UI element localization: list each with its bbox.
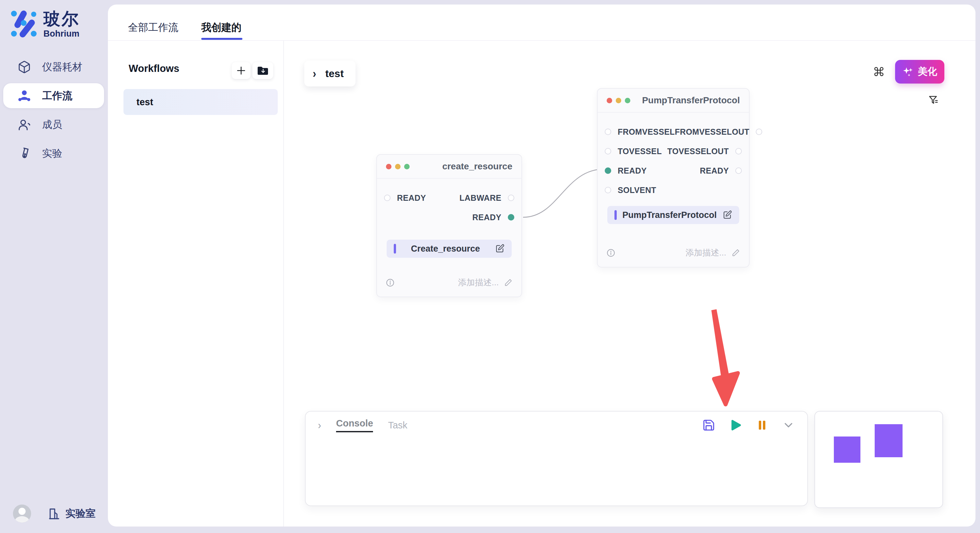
pause-icon[interactable]: [756, 419, 768, 431]
import-workflow-button[interactable]: [253, 62, 273, 79]
app-root: 玻尔 Bohrium 仪器耗材 工作流: [0, 0, 980, 533]
port-label: READY: [618, 166, 647, 176]
sidebar-item-workflows[interactable]: 工作流: [3, 83, 104, 108]
sidebar-item-instruments[interactable]: 仪器耗材: [3, 54, 104, 79]
port-rows: READY LABWARE READY: [377, 190, 522, 225]
sidebar-item-experiments[interactable]: 实验: [3, 141, 104, 166]
pencil-icon[interactable]: [504, 279, 512, 287]
lab-switcher-label[interactable]: 实验室: [65, 507, 95, 520]
sidebar-item-label: 成员: [42, 118, 62, 132]
sidebar: 玻尔 Bohrium 仪器耗材 工作流: [0, 0, 108, 533]
port-label: LABWARE: [460, 194, 501, 203]
minimap-node-create-resource: [834, 436, 861, 463]
tabs-divider: [108, 40, 975, 41]
brand-logo: 玻尔 Bohrium: [10, 10, 80, 39]
test-tube-icon: [18, 147, 31, 160]
node-header: PumpTransferProtocol: [598, 89, 749, 113]
sidebar-item-label: 实验: [42, 147, 62, 160]
annotation-arrow: [704, 306, 749, 409]
dot-green: [404, 164, 410, 169]
console-actions: [702, 419, 795, 431]
pencil-icon[interactable]: [732, 249, 740, 257]
canvas-breadcrumb[interactable]: › test: [304, 60, 355, 86]
port-out-fromvesselout[interactable]: [756, 128, 762, 135]
tab-task[interactable]: Task: [388, 420, 407, 431]
node-title: PumpTransferProtocol: [642, 95, 740, 106]
info-icon[interactable]: [386, 279, 395, 287]
beautify-button[interactable]: 美化: [895, 60, 944, 84]
sidebar-item-label: 仪器耗材: [42, 60, 82, 74]
folder-download-icon: [257, 66, 269, 75]
description-placeholder[interactable]: 添加描述...: [458, 277, 499, 288]
description-placeholder[interactable]: 添加描述...: [686, 247, 726, 259]
chevron-down-icon[interactable]: [782, 419, 795, 431]
workflow-group-icon: [18, 89, 31, 103]
tab-console[interactable]: Console: [336, 418, 373, 432]
brand-name-zh: 玻尔: [43, 10, 80, 28]
sidebar-nav: 仪器耗材 工作流 成员: [3, 54, 104, 170]
port-out-ready-connected[interactable]: [508, 214, 514, 220]
save-icon[interactable]: [702, 419, 715, 431]
collapse-chevron-icon[interactable]: ›: [318, 419, 321, 431]
node-create-resource[interactable]: create_resource READY LABWARE READY: [376, 154, 522, 297]
node-title: create_resource: [442, 161, 512, 171]
package-icon: [18, 60, 31, 74]
workflow-item-name: test: [137, 97, 153, 108]
workflow-list-item-test[interactable]: test: [124, 89, 278, 115]
edit-square-icon[interactable]: [722, 210, 732, 220]
port-in-tovessel[interactable]: [605, 148, 611, 154]
minimap[interactable]: [815, 411, 943, 508]
port-in-ready[interactable]: [384, 195, 390, 201]
dot-yellow: [395, 164, 401, 169]
add-workflow-button[interactable]: [232, 62, 250, 79]
users-icon: [18, 118, 31, 132]
port-out-ready[interactable]: [735, 167, 742, 174]
port-label: READY: [700, 166, 729, 176]
port-in-solvent[interactable]: [605, 187, 611, 194]
filter-icon[interactable]: [928, 95, 939, 106]
accent-bar: [614, 210, 617, 220]
port-label: TOVESSEL: [618, 147, 662, 156]
brand-name-en: Bohrium: [43, 29, 80, 39]
console-panel: › Console Task: [305, 411, 808, 506]
minimap-node-pump-transfer: [875, 424, 902, 457]
tab-my-created[interactable]: 我创建的: [201, 21, 242, 34]
node-action-bar[interactable]: PumpTransferProtocol: [607, 206, 739, 224]
breadcrumb-label: test: [325, 68, 344, 80]
node-action-bar[interactable]: Create_resource: [387, 240, 512, 258]
sparkles-icon: [902, 66, 914, 78]
beautify-label: 美化: [918, 65, 937, 78]
play-icon[interactable]: [730, 419, 742, 431]
main-panel: 全部工作流 我创建的 Workflows test › test: [108, 5, 975, 527]
edit-square-icon[interactable]: [495, 244, 504, 254]
chevron-right-icon: ›: [313, 67, 316, 81]
list-canvas-divider: [283, 40, 284, 527]
workflow-tabs: 全部工作流 我创建的: [108, 5, 975, 40]
node-action-label: Create_resource: [396, 244, 495, 254]
console-header: › Console Task: [305, 412, 807, 439]
port-out-labware[interactable]: [508, 195, 514, 201]
port-in-fromvessel[interactable]: [605, 128, 611, 135]
port-out-tovesselout[interactable]: [735, 148, 742, 154]
user-avatar[interactable]: [13, 504, 31, 523]
command-icon[interactable]: [873, 66, 885, 77]
dot-green: [625, 98, 630, 103]
sidebar-item-members[interactable]: 成员: [3, 112, 104, 137]
port-label: READY: [397, 194, 426, 203]
dot-yellow: [616, 98, 621, 103]
port-label: TOVESSELOUT: [667, 147, 729, 156]
port-label: SOLVENT: [618, 186, 656, 195]
tab-all-workflows[interactable]: 全部工作流: [128, 21, 178, 34]
traffic-dots: [607, 98, 630, 103]
node-pump-transfer-protocol[interactable]: PumpTransferProtocol FROMVESSEL FROMVESS…: [597, 88, 749, 268]
bohrium-logo-icon: [10, 10, 38, 38]
dot-red: [386, 164, 391, 169]
port-label: FROMVESSEL: [618, 127, 675, 136]
plus-icon: [236, 66, 246, 75]
port-label: FROMVESSELOUT: [675, 127, 749, 136]
workflows-title: Workflows: [129, 63, 179, 75]
active-tab-underline: [201, 38, 242, 40]
port-label: READY: [472, 213, 501, 222]
info-icon[interactable]: [607, 249, 615, 257]
port-in-ready-connected[interactable]: [605, 167, 611, 174]
